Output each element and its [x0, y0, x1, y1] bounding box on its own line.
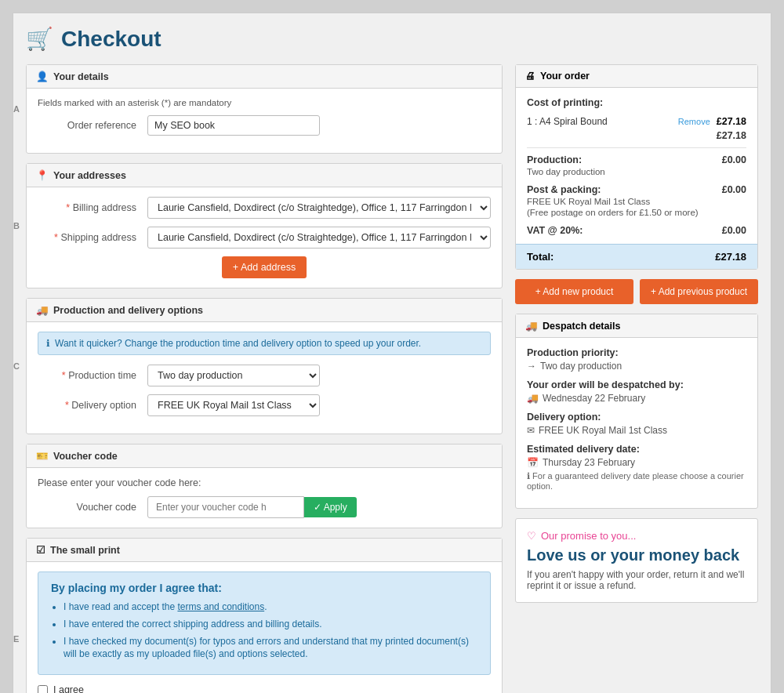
agree-label: I agree	[53, 684, 84, 693]
total-row: Total: £27.18	[516, 244, 757, 269]
despatch-by-row: Your order will be despatched by: 🚚 Wedn…	[527, 379, 746, 404]
add-previous-product-button[interactable]: + Add previous product	[640, 279, 758, 304]
product-name: 1 : A4 Spiral Bound	[527, 116, 608, 127]
add-address-button[interactable]: + Add address	[222, 256, 307, 278]
remove-link[interactable]: Remove	[678, 117, 710, 126]
heart-icon: ♡	[527, 530, 536, 542]
side-label-c: C	[13, 361, 20, 371]
promise-title: Love us or your money back	[527, 546, 746, 564]
voucher-section: 🎫 Voucher code Please enter your voucher…	[26, 444, 503, 528]
shipping-address-row: * Shipping address Laurie Cansfield, Dox…	[38, 227, 491, 249]
cost-of-printing-row: Cost of printing:	[527, 97, 746, 108]
truck-icon: 🚚	[36, 304, 49, 316]
billing-address-select[interactable]: Laurie Cansfield, Doxdirect (c/o Straigh…	[147, 197, 491, 219]
small-print-header: ☑ The small print	[27, 539, 502, 562]
despatch-note: ℹ For a guaranteed delivery date please …	[527, 471, 746, 491]
small-print-title: By placing my order I agree that:	[51, 582, 477, 594]
terms-link[interactable]: terms and conditions	[177, 601, 264, 612]
order-reference-label: Order reference	[38, 120, 147, 131]
order-reference-input[interactable]	[147, 115, 320, 136]
promise-text: If you aren't happy with your order, ret…	[527, 569, 746, 591]
calendar-icon: 📅	[527, 457, 539, 468]
voucher-note: Please enter your voucher code here:	[38, 477, 491, 488]
estimated-delivery-row: Estimated delivery date: 📅 Thursday 23 F…	[527, 444, 746, 491]
small-print-item-1: I have read and accept the terms and con…	[64, 600, 477, 614]
voucher-header: 🎫 Voucher code	[27, 444, 502, 468]
small-print-item-2: I have entered the correct shipping addr…	[64, 618, 477, 631]
addresses-section: 📍 Your addresses * Billing address Lauri…	[26, 163, 503, 288]
shipping-address-select[interactable]: Laurie Cansfield, Doxdirect (c/o Straigh…	[147, 227, 491, 249]
production-priority-row: Production priority: → Two day productio…	[527, 347, 746, 372]
production-header: 🚚 Production and delivery options	[27, 299, 502, 322]
addresses-header: 📍 Your addresses	[27, 164, 502, 187]
delivery-option-despatch-row: Delivery option: ✉ FREE UK Royal Mail 1s…	[527, 412, 746, 436]
production-time-label: * Production time	[38, 370, 147, 381]
despatch-section: 🚚 Despatch details Production priority: …	[515, 314, 758, 509]
delivery-option-row: * Delivery option FREE UK Royal Mail 1st…	[38, 394, 491, 416]
billing-address-row: * Billing address Laurie Cansfield, Doxd…	[38, 197, 491, 219]
cart-icon: 🛒	[26, 26, 53, 52]
production-cost-row: Production: Two day production £0.00	[527, 154, 746, 176]
arrow-icon: →	[527, 361, 536, 372]
voucher-input[interactable]	[147, 496, 304, 518]
add-new-product-button[interactable]: + Add new product	[515, 279, 633, 304]
small-print-list: I have read and accept the terms and con…	[51, 600, 477, 661]
mail-icon: ✉	[527, 425, 535, 436]
small-print-section: ☑ The small print By placing my order I …	[26, 538, 503, 693]
small-print-box: By placing my order I agree that: I have…	[38, 571, 491, 675]
your-order-section: 🖨 Your order Cost of printing: 1 : A4 Sp…	[515, 64, 758, 270]
person-icon: 👤	[36, 71, 49, 82]
side-label-a: A	[13, 104, 20, 114]
production-info-bar: ℹ Want it quicker? Change the production…	[38, 332, 491, 355]
delivery-option-label: * Delivery option	[38, 400, 147, 411]
page-title: 🛒 Checkout	[26, 26, 758, 52]
your-order-header: 🖨 Your order	[516, 65, 757, 88]
production-section: 🚚 Production and delivery options ℹ Want…	[26, 298, 503, 434]
subtotal-value: £27.18	[717, 130, 746, 141]
voucher-icon: 🎫	[36, 450, 49, 462]
checkbox-icon: ☑	[36, 544, 45, 556]
despatch-header: 🚚 Despatch details	[516, 314, 757, 338]
vat-row: VAT @ 20%: £0.00	[527, 225, 746, 236]
despatch-icon: 🚚	[525, 320, 538, 332]
voucher-label: Voucher code	[38, 502, 147, 513]
agree-checkbox-row: I agree	[38, 684, 491, 693]
voucher-row: Voucher code ✓ Apply	[38, 496, 491, 518]
promise-section: ♡ Our promise to you... Love us or your …	[515, 518, 758, 603]
side-label-b: B	[13, 221, 20, 230]
truck-despatch-icon: 🚚	[527, 393, 539, 404]
billing-address-label: * Billing address	[38, 202, 147, 213]
side-label-e: E	[13, 634, 19, 644]
your-details-section: 👤 Your details Fields marked with an ast…	[26, 64, 503, 154]
fields-note: Fields marked with an asterisk (*) are m…	[38, 98, 491, 107]
post-packing-row: Post & packing: FREE UK Royal Mail 1st C…	[527, 184, 746, 217]
info-icon: ℹ	[46, 338, 50, 349]
apply-voucher-button[interactable]: ✓ Apply	[304, 497, 357, 517]
small-print-item-3: I have checked my document(s) for typos …	[64, 635, 477, 662]
product-price: £27.18	[717, 116, 746, 127]
promise-header: ♡ Our promise to you...	[527, 530, 746, 542]
add-product-row: + Add new product + Add previous product	[515, 279, 758, 304]
delivery-option-select[interactable]: FREE UK Royal Mail 1st Class Tracked 24 …	[147, 394, 320, 416]
order-icon: 🖨	[525, 71, 535, 82]
add-address-row: + Add address	[38, 256, 491, 278]
shipping-address-label: * Shipping address	[38, 232, 147, 243]
agree-checkbox[interactable]	[38, 685, 48, 693]
your-details-header: 👤 Your details	[27, 65, 502, 89]
production-time-row: * Production time Two day production Sam…	[38, 365, 491, 386]
pin-icon: 📍	[36, 169, 49, 181]
order-reference-row: Order reference	[38, 115, 491, 136]
production-time-select[interactable]: Two day production Same day production N…	[147, 365, 320, 386]
